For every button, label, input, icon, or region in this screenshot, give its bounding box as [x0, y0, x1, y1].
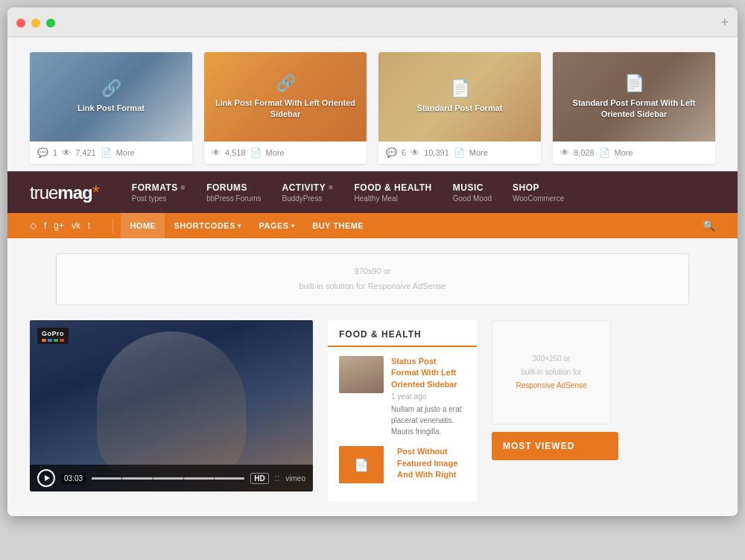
nav-shortcodes[interactable]: SHORTCODES ▾	[165, 213, 250, 238]
post-icon-2: 📄	[354, 458, 369, 472]
right-column: 300×250 or built-in solution for Respons…	[492, 320, 618, 501]
progress-segment-5	[215, 477, 244, 480]
post-date-1: 1 year ago	[391, 392, 466, 401]
card-link-post-sidebar[interactable]: 🔗 Link Post Format With Left Oriented Si…	[204, 52, 367, 164]
widget-post-1[interactable]: Status Post Format With Left Oriented Si…	[339, 356, 466, 437]
hd-badge: HD	[250, 473, 268, 484]
progress-segment-1	[92, 477, 121, 480]
ad-300-sub: built-in solution for	[516, 366, 586, 379]
nav-food-label: FOOD & HEALTH	[355, 182, 432, 193]
card-standard-post[interactable]: 📄 Standard Post Format 💬 6 👁 10,391 📄 Mo…	[378, 52, 541, 164]
page-content: 🔗 Link Post Format 💬 1 👁 7,421 📄 More	[7, 37, 738, 516]
ad-text: 970x90 or built-in solution for Responsi…	[299, 264, 446, 294]
nav-shop-label: SHOP	[513, 182, 539, 193]
gopro-badge: GoPro	[37, 328, 69, 344]
browser-window: + 🔗 Link Post Format 💬 1 👁	[7, 7, 738, 516]
video-controls: 03:03 HD :: vimeo	[30, 465, 313, 491]
card-image-1: 🔗 Link Post Format	[30, 52, 192, 141]
post-title-1[interactable]: Status Post Format With Left Oriented Si…	[391, 356, 466, 390]
card-footer-3: 💬 6 👁 10,391 📄 More	[378, 141, 541, 164]
play-button[interactable]	[37, 469, 55, 487]
more-link-2[interactable]: More	[266, 148, 285, 157]
card-image-4: 📄 Standard Post Format With Left Oriente…	[553, 52, 715, 141]
nav-items: FORMATS ≡ Post types FORUMS bbPress Foru…	[121, 176, 715, 209]
card-footer-4: 👁 8,028 📄 More	[553, 141, 715, 164]
video-card[interactable]: GoPro 03:03	[30, 320, 313, 491]
middle-column: FOOD & HEALTH Status Post Format With Le…	[328, 320, 477, 501]
progress-segment-3	[153, 477, 183, 480]
more-link-3[interactable]: More	[469, 148, 488, 157]
ad-300-sub2: Responsive AdSense	[516, 379, 586, 392]
nav-divider	[112, 218, 113, 233]
video-section: GoPro 03:03	[30, 320, 313, 501]
doc-icon-2: 📄	[250, 147, 261, 158]
facebook-icon[interactable]: f	[44, 220, 46, 231]
card-link-post[interactable]: 🔗 Link Post Format 💬 1 👁 7,421 📄 More	[30, 52, 192, 164]
nav-item-formats[interactable]: FORMATS ≡ Post types	[121, 176, 196, 209]
secondary-navigation: ◇ f g+ vk t HOME SHORTCODES ▾ PAGES ▾ BU…	[7, 213, 738, 238]
close-button[interactable]	[16, 19, 25, 28]
nav-item-music[interactable]: MUSIC Good Mood	[443, 176, 502, 209]
comment-count-1: 1	[53, 148, 57, 157]
post-excerpt-1: Nullam at justo a erat placerat venenati…	[391, 404, 466, 437]
ad-box-300: 300×250 or built-in solution for Respons…	[492, 320, 611, 424]
nav-pages[interactable]: PAGES ▾	[250, 213, 304, 238]
nav-item-shop[interactable]: SHOP WooCommerce	[502, 176, 574, 209]
post-content-1: Status Post Format With Left Oriented Si…	[391, 356, 466, 437]
more-link-4[interactable]: More	[615, 148, 633, 157]
nav-home[interactable]: HOME	[121, 213, 165, 238]
ad-size: 970x90 or	[299, 264, 446, 279]
ad-box-970: 970x90 or built-in solution for Responsi…	[56, 253, 689, 305]
comment-count-3: 6	[402, 148, 406, 157]
gopro-dot-red	[60, 339, 64, 342]
card-image-3: 📄 Standard Post Format	[378, 52, 541, 141]
vk-icon[interactable]: vk	[72, 220, 80, 231]
main-navigation: truemag* FORMATS ≡ Post types FORUMS bbP…	[7, 171, 738, 213]
doc-icon-4b: 📄	[599, 147, 610, 158]
social-icons: ◇ f g+ vk t	[30, 220, 90, 231]
gopro-dot-blue	[48, 339, 52, 342]
doc-icon-1: 📄	[101, 147, 112, 158]
video-progress-bar[interactable]	[92, 477, 244, 480]
site-logo[interactable]: truemag*	[30, 181, 99, 204]
nav-item-forums[interactable]: FORUMS bbPress Forums	[196, 176, 271, 209]
nav-item-activity[interactable]: ACTIVITY ≡ BuddyPress	[271, 176, 343, 209]
source-separator: ::	[275, 473, 280, 483]
nav-food-sub: Healthy Meal	[355, 194, 432, 203]
post-thumb-1	[339, 356, 384, 393]
googleplus-icon[interactable]: g+	[54, 220, 64, 231]
nav-buy-theme[interactable]: BUY THEME	[303, 213, 372, 238]
nav-music-label: MUSIC	[453, 182, 484, 193]
pages-arrow: ▾	[291, 223, 295, 229]
post-title-2[interactable]: Post Without Featured Image And With Rig…	[397, 446, 466, 480]
card-title-2: Link Post Format With Left Oriented Side…	[212, 98, 359, 121]
post-thumb-img-1	[339, 356, 384, 393]
shortcodes-arrow: ▾	[238, 223, 241, 229]
nav-formats-sub: Post types	[132, 194, 186, 203]
card-footer-1: 💬 1 👁 7,421 📄 More	[30, 141, 192, 164]
rss-icon[interactable]: ◇	[30, 220, 37, 231]
nav-item-food[interactable]: FOOD & HEALTH Healthy Meal	[344, 176, 443, 209]
activity-menu-icon: ≡	[329, 183, 333, 191]
cards-section: 🔗 Link Post Format 💬 1 👁 7,421 📄 More	[7, 37, 738, 171]
more-link-1[interactable]: More	[116, 148, 135, 157]
minimize-button[interactable]	[31, 19, 40, 28]
ad-300-text: 300×250 or built-in solution for Respons…	[516, 352, 586, 392]
search-icon[interactable]: 🔍	[703, 220, 715, 232]
nav-activity-sub: BuddyPress	[282, 194, 333, 203]
widget-post-2[interactable]: 📄 Post Without Featured Image And With R…	[339, 446, 466, 483]
ad-300-size: 300×250 or	[516, 352, 586, 366]
most-viewed-title: MOST VIEWED	[503, 441, 607, 451]
twitter-icon[interactable]: t	[88, 220, 90, 231]
pages-label: PAGES	[259, 221, 289, 230]
maximize-button[interactable]	[46, 19, 55, 28]
main-content-area: GoPro 03:03	[7, 320, 738, 516]
ad-banner: 970x90 or built-in solution for Responsi…	[7, 238, 738, 320]
new-tab-icon[interactable]: +	[720, 15, 729, 31]
comment-icon-3: 💬	[386, 147, 397, 158]
widget-most-viewed: MOST VIEWED	[492, 432, 618, 460]
card-standard-post-sidebar[interactable]: 📄 Standard Post Format With Left Oriente…	[553, 52, 715, 164]
link-icon-1: 🔗	[101, 79, 121, 98]
views-count-1: 7,421	[75, 148, 96, 157]
widget-food-health-header: FOOD & HEALTH	[328, 320, 477, 347]
